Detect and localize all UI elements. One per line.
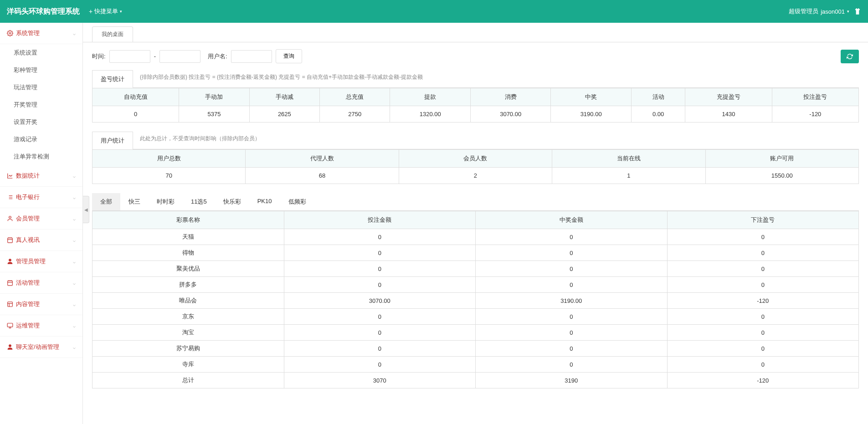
nav-icon <box>7 30 13 36</box>
table-row: 得物000 <box>92 245 859 261</box>
table-cell: 0 <box>667 245 859 261</box>
nav-subitem[interactable]: 开奖管理 <box>0 96 82 113</box>
nav-item-6[interactable]: 活动管理⌵ <box>0 272 82 294</box>
nav-subitem[interactable]: 系统设置 <box>0 44 82 61</box>
table-cell: 寺库 <box>92 357 284 373</box>
table-cell: 天猫 <box>92 229 284 245</box>
refresh-button[interactable] <box>841 50 859 63</box>
nav-label: 管理员管理 <box>16 257 46 266</box>
table-cell: 0 <box>284 261 476 277</box>
nav-item-0[interactable]: 系统管理⌵ <box>0 23 82 44</box>
nav-subitem[interactable]: 设置开奖 <box>0 113 82 131</box>
chevron-down-icon: ⌵ <box>73 195 76 200</box>
nav-label: 数据统计 <box>16 172 40 180</box>
table-header: 用户总数 <box>92 150 246 168</box>
table-header: 手动加 <box>179 88 249 106</box>
chevron-down-icon: ⌵ <box>73 259 76 264</box>
user-name: jason001 <box>821 8 845 15</box>
chevron-down-icon: ⌵ <box>73 323 76 328</box>
time-to-input[interactable] <box>159 50 200 63</box>
svg-point-1 <box>9 216 11 219</box>
table-cell: 2750 <box>320 106 390 123</box>
table-cell: 3070.00 <box>284 293 476 309</box>
chevron-down-icon: ⌵ <box>73 345 76 350</box>
table-cell: 0 <box>476 309 668 325</box>
chevron-down-icon: ⌵ <box>73 31 76 36</box>
profit-section-header: 盈亏统计 (排除内部会员数据) 投注盈亏 = (投注消费金额-返奖金额) 充提盈… <box>92 70 859 88</box>
lottery-tab-1[interactable]: 快三 <box>120 193 149 210</box>
table-cell: -120 <box>772 106 858 123</box>
table-cell: 0 <box>667 357 859 373</box>
table-cell: 3190 <box>476 373 668 388</box>
shirt-icon[interactable] <box>854 8 861 15</box>
svg-point-0 <box>9 32 11 34</box>
nav-label: 活动管理 <box>16 279 40 287</box>
svg-rect-6 <box>8 281 13 286</box>
table-cell: 0 <box>667 341 859 357</box>
nav-item-8[interactable]: 运维管理⌵ <box>0 315 82 337</box>
nav-subitem[interactable]: 注单异常检测 <box>0 148 82 165</box>
lottery-tab-6[interactable]: 低频彩 <box>280 193 314 210</box>
table-cell: 2625 <box>249 106 319 123</box>
table-cell: 1550.00 <box>705 168 858 184</box>
nav-subitem[interactable]: 彩种管理 <box>0 61 82 79</box>
table-cell: 0 <box>476 229 668 245</box>
nav-label: 内容管理 <box>16 300 40 308</box>
time-label: 时间: <box>92 52 106 61</box>
nav-subitem[interactable]: 玩法管理 <box>0 79 82 96</box>
svg-rect-10 <box>8 302 13 307</box>
nav-icon <box>7 344 13 350</box>
table-cell: 0 <box>284 357 476 373</box>
svg-rect-2 <box>8 238 13 243</box>
nav-item-4[interactable]: 真人视讯⌵ <box>0 230 82 251</box>
nav-item-1[interactable]: 数据统计⌵ <box>0 165 82 187</box>
main-content: ◀ 我的桌面 时间: - 用户名: 查询 盈亏统计 <box>83 23 868 424</box>
table-cell: 0 <box>284 245 476 261</box>
content-area: 时间: - 用户名: 查询 盈亏统计 (排除内部会员数据) 投注盈亏 = (投注… <box>83 42 868 395</box>
nav-label: 运维管理 <box>16 322 40 330</box>
nav-item-2[interactable]: 电子银行⌵ <box>0 187 82 208</box>
chevron-down-icon: ▾ <box>847 9 849 14</box>
table-cell: 苏宁易购 <box>92 341 284 357</box>
table-row: 寺库000 <box>92 357 859 373</box>
chevron-down-icon: ⌵ <box>73 174 76 179</box>
time-from-input[interactable] <box>109 50 150 63</box>
quick-menu[interactable]: + 快捷菜单 ▾ <box>89 7 122 15</box>
table-cell: 唯品会 <box>92 293 284 309</box>
nav-item-5[interactable]: 管理员管理⌵ <box>0 251 82 272</box>
lottery-tab-2[interactable]: 时时彩 <box>149 193 183 210</box>
table-cell: 聚美优品 <box>92 261 284 277</box>
lottery-tabs: 全部快三时时彩11选5快乐彩PK10低频彩 <box>92 193 859 211</box>
lottery-tab-0[interactable]: 全部 <box>92 193 120 210</box>
search-button[interactable]: 查询 <box>276 49 302 63</box>
sidebar-collapse-handle[interactable]: ◀ <box>83 196 89 223</box>
user-menu[interactable]: 超级管理员 jason001 ▾ <box>789 7 849 15</box>
nav-item-3[interactable]: 会员管理⌵ <box>0 208 82 230</box>
nav-item-9[interactable]: 聊天室/动画管理⌵ <box>0 337 82 358</box>
lottery-tab-4[interactable]: 快乐彩 <box>215 193 249 210</box>
username-input[interactable] <box>231 50 272 63</box>
table-cell: 3190.00 <box>551 106 631 123</box>
nav-icon <box>7 280 13 286</box>
table-row: 天猫000 <box>92 229 859 245</box>
table-cell: 总计 <box>92 373 284 388</box>
table-cell: 0 <box>284 325 476 341</box>
nav-subitem[interactable]: 游戏记录 <box>0 131 82 148</box>
dash: - <box>154 53 156 60</box>
lottery-table: 彩票名称投注金额中奖金额下注盈亏 天猫000得物000聚美优品000拼多多000… <box>92 211 859 388</box>
table-header: 当前在线 <box>552 150 705 168</box>
table-cell: 0 <box>284 229 476 245</box>
nav-icon <box>7 215 13 222</box>
table-header: 会员人数 <box>399 150 552 168</box>
table-cell: 3070.00 <box>470 106 550 123</box>
table-cell: 1320.00 <box>390 106 470 123</box>
nav-item-7[interactable]: 内容管理⌵ <box>0 294 82 315</box>
lottery-tab-5[interactable]: PK10 <box>249 193 280 210</box>
svg-rect-13 <box>7 323 13 327</box>
table-cell: 拼多多 <box>92 277 284 293</box>
tab-my-desktop[interactable]: 我的桌面 <box>92 26 133 42</box>
lottery-tab-3[interactable]: 11选5 <box>183 193 215 210</box>
table-cell: 0 <box>667 229 859 245</box>
table-row: 聚美优品000 <box>92 261 859 277</box>
header-right: 超级管理员 jason001 ▾ <box>789 7 861 15</box>
